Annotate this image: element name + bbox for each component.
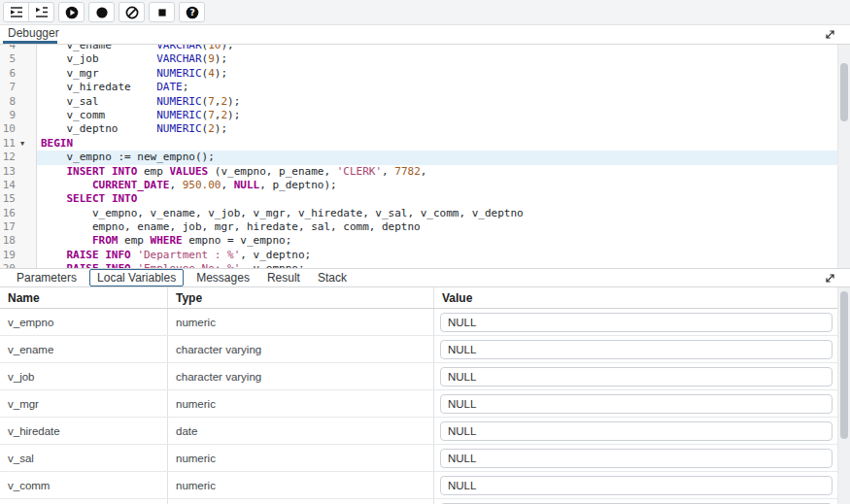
code-text: v_job VARCHAR(9); (37, 52, 850, 66)
tab-debugger[interactable]: Debugger (8, 26, 59, 40)
variable-value-cell (434, 499, 850, 504)
variable-type-cell: numeric (168, 472, 434, 498)
tab-stack[interactable]: Stack (318, 271, 347, 285)
code-text: SELECT INTO (37, 192, 850, 206)
svg-text:?: ? (189, 8, 194, 17)
gutter-line-number[interactable]: 10 (0, 122, 37, 136)
variable-value-cell (434, 336, 850, 362)
code-line: 7 v_hiredate DATE; (0, 81, 850, 94)
tab-result[interactable]: Result (267, 271, 300, 285)
value-input[interactable] (440, 421, 833, 441)
code-text: BEGIN (37, 137, 850, 151)
step-into-button[interactable] (3, 2, 29, 22)
variable-type-cell: character varying (168, 363, 434, 389)
code-text: empno, ename, job, mgr, hiredate, sal, c… (37, 220, 850, 234)
step-over-button[interactable] (28, 2, 54, 22)
gutter-line-number[interactable]: 15 (0, 192, 37, 206)
gutter-line-number[interactable]: 5 (0, 52, 37, 66)
gutter-line-number[interactable]: 13 (0, 165, 37, 179)
table-row: v_deptnonumeric (0, 499, 850, 504)
code-line: 18 FROM emp WHERE empno = v_empno; (0, 234, 850, 248)
code-text: v_comm NUMERIC(7,2); (37, 109, 850, 122)
code-line: 17 empno, ename, job, mgr, hiredate, sal… (0, 220, 850, 234)
value-input[interactable] (440, 313, 833, 332)
variable-value-cell (434, 363, 850, 389)
gutter-line-number[interactable]: 9 (0, 109, 37, 122)
expand-icon (824, 273, 836, 287)
code-line: 8 v_sal NUMERIC(7,2); (0, 95, 850, 109)
breakpoint-circle-icon (95, 6, 109, 19)
code-line: 15 SELECT INTO (0, 192, 850, 206)
variable-type-cell: numeric (168, 499, 434, 504)
code-text: FROM emp WHERE empno = v_empno; (37, 234, 850, 248)
fold-arrow-icon[interactable]: ▼ (16, 137, 29, 151)
variable-name-cell: v_ename (0, 336, 168, 362)
tab-messages[interactable]: Messages (196, 271, 250, 285)
tab-local-variables[interactable]: Local Variables (89, 269, 184, 286)
gutter-line-number[interactable]: 4 (0, 45, 37, 52)
tab-parameters[interactable]: Parameters (17, 271, 77, 285)
gutter-line-number[interactable]: 17 (0, 220, 37, 234)
editor-scrollbar[interactable] (837, 45, 850, 268)
toolbar-button-group (88, 2, 115, 22)
table-row: v_jobcharacter varying (0, 363, 850, 390)
line-number: 9 (0, 109, 16, 122)
toggle-breakpoint-button[interactable] (88, 2, 115, 22)
code-text: v_sal NUMERIC(7,2); (37, 95, 850, 109)
value-input[interactable] (440, 394, 833, 414)
table-row: v_salnumeric (0, 445, 850, 472)
value-input[interactable] (440, 476, 833, 495)
code-text: v_deptno NUMERIC(2); (37, 122, 850, 136)
gutter-line-number[interactable]: 18 (0, 234, 37, 248)
value-input[interactable] (440, 449, 833, 468)
code-line: 6 v_mgr NUMERIC(4); (0, 67, 850, 81)
table-row: v_empnonumeric (0, 309, 850, 336)
gutter-line-number[interactable]: 11▼ (0, 137, 37, 151)
gutter-line-number[interactable]: 14 (0, 179, 37, 192)
tab-debugger-label: Debugger (8, 26, 59, 40)
line-number: 13 (0, 165, 16, 179)
variable-name-cell: v_deptno (0, 499, 168, 504)
maximize-panel-button[interactable] (823, 272, 837, 286)
line-number: 4 (0, 45, 16, 52)
code-editor[interactable]: 4 v_ename VARCHAR(10);5 v_job VARCHAR(9)… (0, 45, 850, 268)
toolbar-button-group (149, 2, 175, 22)
table-row: v_commnumeric (0, 472, 850, 499)
gutter-line-number[interactable]: 16 (0, 207, 37, 220)
code-text: v_ename VARCHAR(10); (37, 45, 850, 52)
debugger-window: ? Debugger 4 v_ename VARCHAR(10);5 v_job… (0, 0, 850, 504)
clear-all-breakpoints-button[interactable] (119, 2, 145, 22)
variable-type-cell: numeric (168, 445, 434, 471)
column-header-type: Type (168, 287, 434, 308)
grid-scrollbar[interactable] (837, 287, 850, 504)
code-line: 10 v_deptno NUMERIC(2); (0, 122, 850, 136)
gutter-line-number[interactable]: 12 (0, 151, 37, 164)
line-number: 11 (0, 137, 16, 151)
value-input[interactable] (440, 367, 833, 386)
code-line: 11▼BEGIN (0, 137, 850, 151)
column-header-value: Value (434, 287, 850, 308)
gutter-line-number[interactable]: 8 (0, 95, 37, 109)
line-number: 10 (0, 122, 16, 136)
grid-scrollbar-thumb[interactable] (840, 291, 848, 439)
line-number: 19 (0, 249, 16, 262)
value-input[interactable] (440, 340, 833, 359)
variable-type-cell: character varying (168, 336, 434, 362)
continue-button[interactable] (58, 2, 85, 22)
gutter-line-number[interactable]: 6 (0, 67, 37, 81)
variable-name-cell: v_hiredate (0, 418, 168, 444)
gutter-line-number[interactable]: 7 (0, 81, 37, 94)
help-button[interactable]: ? (179, 2, 205, 22)
editor-scrollbar-thumb[interactable] (840, 63, 848, 121)
debugger-toolbar: ? (0, 0, 850, 25)
code-line: 19 RAISE INFO 'Department : %', v_deptno… (0, 249, 850, 262)
gutter-line-number[interactable]: 19 (0, 249, 37, 262)
variable-value-cell (434, 418, 850, 444)
stop-button[interactable] (149, 2, 175, 22)
line-number: 6 (0, 67, 16, 81)
variable-value-cell (434, 445, 850, 471)
variable-name-cell: v_job (0, 363, 168, 389)
maximize-editor-button[interactable] (823, 28, 837, 43)
local-variables-grid: Name Type Value v_empnonumericv_enamecha… (0, 287, 850, 504)
code-line: 9 v_comm NUMERIC(7,2); (0, 109, 850, 122)
